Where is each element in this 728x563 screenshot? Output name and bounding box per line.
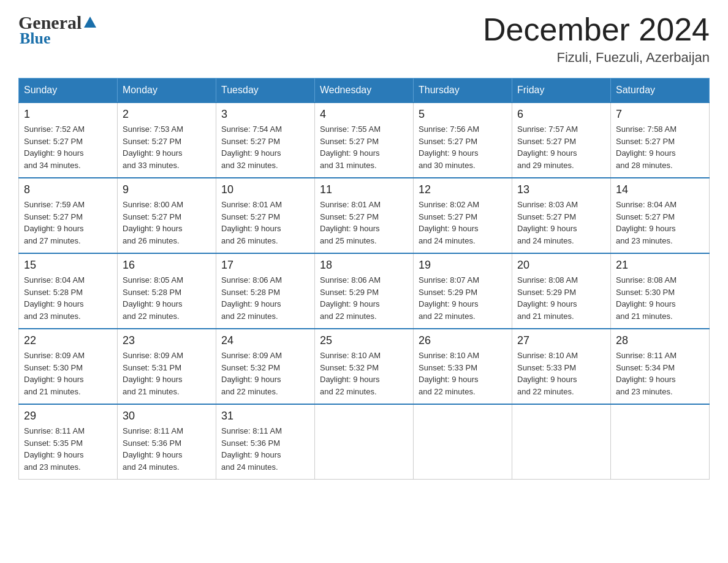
day-info: Sunrise: 8:01 AM Sunset: 5:27 PM Dayligh… — [320, 199, 408, 247]
day-info: Sunrise: 8:11 AM Sunset: 5:35 PM Dayligh… — [24, 425, 112, 473]
day-info: Sunrise: 8:04 AM Sunset: 5:27 PM Dayligh… — [616, 199, 704, 247]
day-info: Sunrise: 8:00 AM Sunset: 5:27 PM Dayligh… — [123, 199, 211, 247]
calendar-cell: 6 Sunrise: 7:57 AM Sunset: 5:27 PM Dayli… — [512, 102, 611, 178]
calendar-cell: 27 Sunrise: 8:10 AM Sunset: 5:33 PM Dayl… — [512, 329, 611, 404]
calendar-week-row: 22 Sunrise: 8:09 AM Sunset: 5:30 PM Dayl… — [19, 329, 710, 404]
calendar-cell: 4 Sunrise: 7:55 AM Sunset: 5:27 PM Dayli… — [315, 102, 414, 178]
calendar-cell: 15 Sunrise: 8:04 AM Sunset: 5:28 PM Dayl… — [19, 253, 118, 329]
calendar-cell: 18 Sunrise: 8:06 AM Sunset: 5:29 PM Dayl… — [315, 253, 414, 329]
logo: General Blue — [18, 12, 96, 48]
day-number: 3 — [221, 108, 309, 121]
calendar-cell: 26 Sunrise: 8:10 AM Sunset: 5:33 PM Dayl… — [414, 329, 512, 404]
day-info: Sunrise: 8:10 AM Sunset: 5:33 PM Dayligh… — [517, 350, 605, 397]
day-info: Sunrise: 8:10 AM Sunset: 5:33 PM Dayligh… — [419, 350, 507, 397]
calendar-cell: 28 Sunrise: 8:11 AM Sunset: 5:34 PM Dayl… — [611, 329, 710, 404]
title-area: December 2024 Fizuli, Fuezuli, Azerbaija… — [483, 12, 710, 66]
calendar-cell: 13 Sunrise: 8:03 AM Sunset: 5:27 PM Dayl… — [512, 178, 611, 253]
day-number: 20 — [517, 259, 605, 272]
day-info: Sunrise: 8:09 AM Sunset: 5:30 PM Dayligh… — [24, 350, 112, 397]
calendar-cell: 14 Sunrise: 8:04 AM Sunset: 5:27 PM Dayl… — [611, 178, 710, 253]
day-info: Sunrise: 8:01 AM Sunset: 5:27 PM Dayligh… — [221, 199, 309, 247]
day-info: Sunrise: 8:06 AM Sunset: 5:28 PM Dayligh… — [221, 274, 309, 322]
day-info: Sunrise: 8:04 AM Sunset: 5:28 PM Dayligh… — [24, 274, 112, 322]
calendar-cell — [512, 404, 611, 480]
day-number: 26 — [419, 334, 507, 347]
calendar-cell: 10 Sunrise: 8:01 AM Sunset: 5:27 PM Dayl… — [216, 178, 315, 253]
calendar-cell: 7 Sunrise: 7:58 AM Sunset: 5:27 PM Dayli… — [611, 102, 710, 178]
col-tuesday: Tuesday — [216, 79, 315, 103]
day-number: 16 — [123, 259, 211, 272]
day-info: Sunrise: 7:58 AM Sunset: 5:27 PM Dayligh… — [616, 123, 704, 171]
day-info: Sunrise: 7:53 AM Sunset: 5:27 PM Dayligh… — [123, 123, 211, 171]
calendar-cell: 17 Sunrise: 8:06 AM Sunset: 5:28 PM Dayl… — [216, 253, 315, 329]
day-number: 14 — [616, 183, 704, 196]
logo-triangle-icon — [84, 17, 96, 28]
col-saturday: Saturday — [611, 79, 710, 103]
calendar-cell: 11 Sunrise: 8:01 AM Sunset: 5:27 PM Dayl… — [315, 178, 414, 253]
calendar-week-row: 29 Sunrise: 8:11 AM Sunset: 5:35 PM Dayl… — [19, 404, 710, 480]
col-thursday: Thursday — [414, 79, 512, 103]
day-info: Sunrise: 8:07 AM Sunset: 5:29 PM Dayligh… — [419, 274, 507, 322]
day-info: Sunrise: 7:56 AM Sunset: 5:27 PM Dayligh… — [419, 123, 507, 171]
day-info: Sunrise: 7:59 AM Sunset: 5:27 PM Dayligh… — [24, 199, 112, 247]
calendar-cell — [414, 404, 512, 480]
day-number: 2 — [123, 108, 211, 121]
calendar-cell: 5 Sunrise: 7:56 AM Sunset: 5:27 PM Dayli… — [414, 102, 512, 178]
day-number: 24 — [221, 334, 309, 347]
day-info: Sunrise: 7:54 AM Sunset: 5:27 PM Dayligh… — [221, 123, 309, 171]
calendar-week-row: 8 Sunrise: 7:59 AM Sunset: 5:27 PM Dayli… — [19, 178, 710, 253]
day-info: Sunrise: 8:03 AM Sunset: 5:27 PM Dayligh… — [517, 199, 605, 247]
day-number: 28 — [616, 334, 704, 347]
day-number: 19 — [419, 259, 507, 272]
day-number: 13 — [517, 183, 605, 196]
day-info: Sunrise: 8:09 AM Sunset: 5:32 PM Dayligh… — [221, 350, 309, 397]
col-monday: Monday — [118, 79, 216, 103]
day-info: Sunrise: 7:52 AM Sunset: 5:27 PM Dayligh… — [24, 123, 112, 171]
calendar-week-row: 15 Sunrise: 8:04 AM Sunset: 5:28 PM Dayl… — [19, 253, 710, 329]
day-info: Sunrise: 8:02 AM Sunset: 5:27 PM Dayligh… — [419, 199, 507, 247]
calendar-cell: 1 Sunrise: 7:52 AM Sunset: 5:27 PM Dayli… — [19, 102, 118, 178]
day-number: 29 — [24, 410, 112, 423]
month-year-title: December 2024 — [483, 12, 710, 47]
col-friday: Friday — [512, 79, 611, 103]
day-number: 30 — [123, 410, 211, 423]
day-number: 27 — [517, 334, 605, 347]
calendar-cell: 30 Sunrise: 8:11 AM Sunset: 5:36 PM Dayl… — [118, 404, 216, 480]
calendar-cell: 31 Sunrise: 8:11 AM Sunset: 5:36 PM Dayl… — [216, 404, 315, 480]
calendar-cell: 3 Sunrise: 7:54 AM Sunset: 5:27 PM Dayli… — [216, 102, 315, 178]
logo-blue-text: Blue — [18, 29, 51, 48]
day-number: 12 — [419, 183, 507, 196]
day-info: Sunrise: 8:11 AM Sunset: 5:36 PM Dayligh… — [123, 425, 211, 473]
calendar-cell: 25 Sunrise: 8:10 AM Sunset: 5:32 PM Dayl… — [315, 329, 414, 404]
calendar-cell: 9 Sunrise: 8:00 AM Sunset: 5:27 PM Dayli… — [118, 178, 216, 253]
header-row: Sunday Monday Tuesday Wednesday Thursday… — [19, 79, 710, 103]
day-number: 31 — [221, 410, 309, 423]
day-info: Sunrise: 7:57 AM Sunset: 5:27 PM Dayligh… — [517, 123, 605, 171]
day-number: 8 — [24, 183, 112, 196]
calendar-header: Sunday Monday Tuesday Wednesday Thursday… — [19, 79, 710, 103]
day-info: Sunrise: 7:55 AM Sunset: 5:27 PM Dayligh… — [320, 123, 408, 171]
day-number: 23 — [123, 334, 211, 347]
calendar-cell: 2 Sunrise: 7:53 AM Sunset: 5:27 PM Dayli… — [118, 102, 216, 178]
day-number: 10 — [221, 183, 309, 196]
day-number: 21 — [616, 259, 704, 272]
day-info: Sunrise: 8:08 AM Sunset: 5:30 PM Dayligh… — [616, 274, 704, 322]
day-info: Sunrise: 8:11 AM Sunset: 5:34 PM Dayligh… — [616, 350, 704, 397]
calendar-cell — [315, 404, 414, 480]
calendar-cell: 23 Sunrise: 8:09 AM Sunset: 5:31 PM Dayl… — [118, 329, 216, 404]
day-number: 17 — [221, 259, 309, 272]
calendar-cell: 16 Sunrise: 8:05 AM Sunset: 5:28 PM Dayl… — [118, 253, 216, 329]
calendar-cell: 20 Sunrise: 8:08 AM Sunset: 5:29 PM Dayl… — [512, 253, 611, 329]
day-number: 7 — [616, 108, 704, 121]
day-info: Sunrise: 8:06 AM Sunset: 5:29 PM Dayligh… — [320, 274, 408, 322]
day-info: Sunrise: 8:05 AM Sunset: 5:28 PM Dayligh… — [123, 274, 211, 322]
calendar-cell: 24 Sunrise: 8:09 AM Sunset: 5:32 PM Dayl… — [216, 329, 315, 404]
calendar-body: 1 Sunrise: 7:52 AM Sunset: 5:27 PM Dayli… — [19, 102, 710, 480]
day-number: 1 — [24, 108, 112, 121]
day-number: 4 — [320, 108, 408, 121]
day-number: 11 — [320, 183, 408, 196]
day-info: Sunrise: 8:10 AM Sunset: 5:32 PM Dayligh… — [320, 350, 408, 397]
day-number: 6 — [517, 108, 605, 121]
day-number: 15 — [24, 259, 112, 272]
day-info: Sunrise: 8:09 AM Sunset: 5:31 PM Dayligh… — [123, 350, 211, 397]
